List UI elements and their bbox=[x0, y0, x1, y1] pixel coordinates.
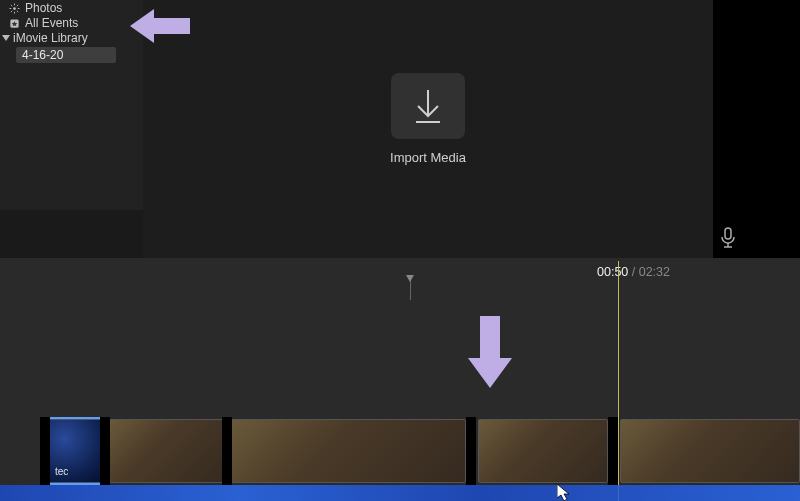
time-display: 00:50 / 02:32 bbox=[597, 265, 670, 279]
audio-waveform bbox=[0, 485, 800, 501]
clip-overlay-label: tec bbox=[55, 466, 68, 477]
imovie-app: Photos All Events iMovie Library 4-16-20 bbox=[0, 0, 800, 501]
annotation-arrow-left bbox=[130, 5, 190, 47]
sidebar-item-all-events[interactable]: All Events bbox=[0, 16, 143, 30]
import-media-button[interactable] bbox=[391, 73, 465, 139]
skimmer-playhead[interactable] bbox=[410, 280, 411, 300]
voiceover-button[interactable] bbox=[716, 226, 740, 250]
sidebar-item-label: All Events bbox=[25, 16, 78, 30]
disclosure-triangle-icon bbox=[2, 35, 10, 41]
sidebar-item-photos[interactable]: Photos bbox=[0, 1, 143, 15]
svg-line-6 bbox=[16, 10, 17, 11]
clip[interactable] bbox=[478, 419, 608, 483]
clip-edge[interactable] bbox=[222, 417, 232, 485]
svg-line-7 bbox=[10, 10, 11, 11]
svg-marker-18 bbox=[557, 484, 569, 501]
clip[interactable] bbox=[108, 419, 224, 483]
clip-edge[interactable] bbox=[100, 417, 110, 485]
photos-icon bbox=[8, 2, 20, 14]
sidebar-library-label: iMovie Library bbox=[13, 31, 88, 45]
events-icon bbox=[8, 17, 20, 29]
top-area: Photos All Events iMovie Library 4-16-20 bbox=[0, 0, 800, 258]
preview-pane bbox=[713, 0, 800, 258]
clip[interactable] bbox=[230, 419, 466, 483]
import-media-label: Import Media bbox=[390, 150, 466, 165]
library-sidebar: Photos All Events iMovie Library 4-16-20 bbox=[0, 0, 143, 210]
video-track[interactable]: tec bbox=[0, 413, 800, 501]
svg-marker-17 bbox=[468, 316, 512, 388]
clip[interactable]: tec bbox=[48, 419, 102, 483]
clip-edge[interactable] bbox=[40, 417, 50, 485]
svg-point-0 bbox=[13, 7, 16, 10]
svg-line-5 bbox=[10, 4, 11, 5]
sidebar-event-item[interactable]: 4-16-20 bbox=[16, 47, 116, 63]
sidebar-item-label: Photos bbox=[25, 1, 62, 15]
media-browser-pane[interactable]: Import Media bbox=[143, 0, 713, 258]
total-duration: 02:32 bbox=[639, 265, 670, 279]
clip[interactable] bbox=[620, 419, 800, 483]
clip-edge[interactable] bbox=[608, 417, 618, 485]
mouse-cursor-icon bbox=[557, 484, 571, 501]
svg-line-8 bbox=[16, 4, 17, 5]
clip-edge[interactable] bbox=[466, 417, 476, 485]
timeline-area[interactable]: 00:50 / 02:32 tec bbox=[0, 258, 800, 501]
event-label: 4-16-20 bbox=[22, 48, 63, 62]
annotation-arrow-down bbox=[468, 316, 512, 388]
current-time: 00:50 bbox=[597, 265, 628, 279]
sidebar-library-header[interactable]: iMovie Library bbox=[0, 31, 143, 45]
download-arrow-icon bbox=[411, 86, 445, 126]
svg-rect-13 bbox=[725, 228, 731, 239]
time-separator: / bbox=[628, 265, 638, 279]
microphone-icon bbox=[719, 227, 737, 249]
svg-marker-16 bbox=[130, 9, 190, 43]
